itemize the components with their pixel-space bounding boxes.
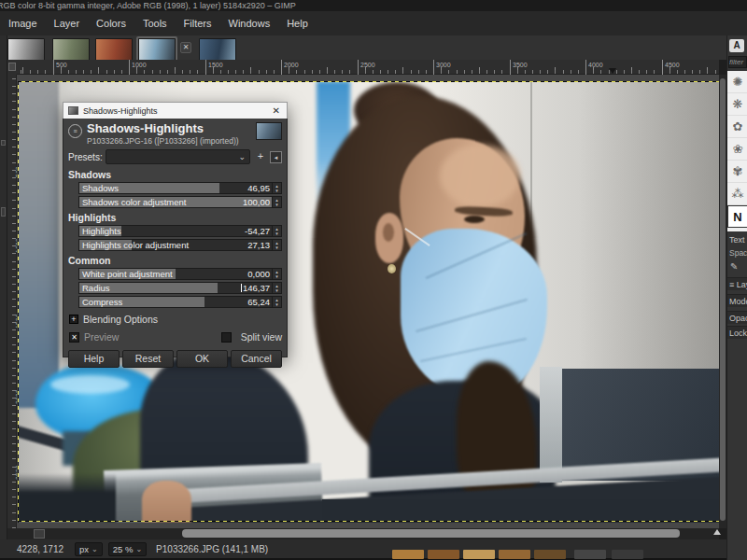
preview-row: ✕ Preview Split view bbox=[69, 331, 282, 343]
unit-value: px bbox=[79, 544, 89, 554]
dock-label-layers: ≡ Layers bbox=[729, 280, 747, 289]
photo-forehead bbox=[440, 145, 520, 207]
dock-label-opacity: Opacity bbox=[729, 314, 747, 323]
chevron-down-icon: ⌄ bbox=[92, 545, 98, 553]
dialog-button[interactable]: Help bbox=[68, 350, 120, 368]
menu-item[interactable]: Layer bbox=[46, 14, 89, 33]
quick-mask-toggle[interactable] bbox=[34, 529, 45, 539]
fonts-tab-icon[interactable]: A bbox=[729, 39, 744, 52]
slider-value[interactable]: 65,24 bbox=[247, 297, 270, 307]
spin-down-icon[interactable]: ▾ bbox=[275, 189, 278, 193]
font-preview-item[interactable]: ✾ bbox=[727, 161, 747, 183]
slider-bar[interactable]: White point adjustment 0,000 bbox=[78, 268, 273, 280]
section-rows: Shadows 46,95 ▴▾ Shadows color adjustmen… bbox=[68, 182, 282, 208]
slider-bar[interactable]: Highlights color adjustment 27,13 bbox=[78, 239, 273, 251]
vertical-ruler[interactable]: 5001000150020002500 bbox=[7, 75, 17, 528]
slider-bar[interactable]: Shadows color adjustment 100,00 bbox=[78, 196, 273, 208]
slider-value[interactable]: -54,27 bbox=[245, 226, 270, 236]
unit-select[interactable]: px ⌄ bbox=[75, 542, 103, 556]
split-view-checkbox[interactable] bbox=[221, 332, 232, 343]
expander-plus-icon[interactable]: + bbox=[69, 315, 78, 324]
menu-item[interactable]: Tools bbox=[134, 14, 176, 33]
image-tab-bar: ✕ bbox=[0, 35, 747, 60]
slider-value[interactable]: 146,37 bbox=[243, 283, 270, 293]
dialog-title: Shadows-Highlights bbox=[87, 122, 239, 135]
preset-menu-button[interactable]: ◂ bbox=[270, 151, 282, 163]
edit-icon[interactable]: ✎ bbox=[730, 261, 738, 272]
close-icon[interactable]: ✕ bbox=[271, 105, 282, 116]
ruler-label: 3500 bbox=[510, 60, 528, 75]
vertical-scrollbar[interactable] bbox=[719, 75, 726, 528]
status-bar: 4228, 1712 px ⌄ 25 % ⌄ P1033266.JPG (141… bbox=[0, 539, 747, 558]
dialog-button[interactable]: OK bbox=[176, 350, 228, 368]
image-tab-thumbnail[interactable] bbox=[7, 38, 45, 62]
horizontal-scrollbar-thumb[interactable] bbox=[182, 529, 680, 538]
preview-checkbox[interactable]: ✕ bbox=[69, 332, 79, 343]
dialog-button[interactable]: Cancel bbox=[231, 350, 282, 368]
spin-down-icon[interactable]: ▾ bbox=[275, 231, 278, 236]
font-list[interactable]: ✺❋✿❀✾⁂N bbox=[727, 71, 747, 231]
slider-value[interactable]: 100,00 bbox=[243, 197, 270, 207]
dock-label-text: Text bbox=[729, 235, 747, 245]
dock-label-mode: Mode bbox=[729, 297, 747, 306]
dialog-header: ≡ Shadows-Highlights P1033266.JPG-16 ([P… bbox=[68, 122, 282, 146]
slider-bar[interactable]: Radius 146,37 bbox=[78, 282, 273, 294]
image-tab-thumbnail[interactable] bbox=[199, 38, 236, 62]
spin-down-icon[interactable]: ▾ bbox=[275, 302, 278, 307]
menu-item[interactable]: Filters bbox=[176, 14, 220, 33]
vertical-scrollbar-thumb[interactable] bbox=[720, 78, 726, 521]
preset-add-button[interactable]: + bbox=[254, 150, 267, 163]
slider-value[interactable]: 27,13 bbox=[247, 240, 270, 250]
menu-item[interactable]: Colors bbox=[88, 14, 134, 33]
photo-chair-highlight bbox=[50, 375, 130, 394]
horizontal-ruler[interactable]: 50010001500200025003000350040004500 bbox=[17, 60, 719, 75]
spin-buttons[interactable]: ▴▾ bbox=[273, 182, 282, 194]
photo-ear-inner bbox=[383, 223, 394, 242]
spin-buttons[interactable]: ▴▾ bbox=[273, 268, 282, 280]
spin-down-icon[interactable]: ▾ bbox=[275, 245, 278, 250]
slider-bar[interactable]: Compress 65,24 bbox=[78, 296, 273, 308]
ruler-corner-icon[interactable] bbox=[8, 63, 16, 71]
spin-buttons[interactable]: ▴▾ bbox=[273, 282, 282, 294]
slider-bar[interactable]: Shadows 46,95 bbox=[78, 182, 273, 194]
spin-buttons[interactable]: ▴▾ bbox=[273, 239, 282, 251]
window-title: RGB color 8-bit gamma integer, Adobe RGB… bbox=[0, 0, 747, 11]
gimp-window: RGB color 8-bit gamma integer, Adobe RGB… bbox=[0, 0, 747, 560]
font-preview-item[interactable]: ❋ bbox=[727, 93, 747, 116]
font-preview-item[interactable]: N bbox=[727, 205, 747, 228]
ruler-corner bbox=[7, 60, 17, 75]
spin-down-icon[interactable]: ▾ bbox=[275, 288, 278, 293]
image-tab-thumbnail[interactable] bbox=[52, 38, 90, 62]
menu-item[interactable]: Help bbox=[278, 14, 317, 33]
font-preview-item[interactable]: ✺ bbox=[727, 71, 747, 93]
font-filter-input[interactable]: filter bbox=[728, 56, 747, 68]
font-preview-item[interactable]: ❀ bbox=[727, 138, 747, 161]
blending-options-expander[interactable]: + Blending Options bbox=[69, 314, 282, 325]
menu-item[interactable]: Windows bbox=[220, 14, 279, 33]
slider-bar[interactable]: Highlights -54,27 bbox=[78, 225, 273, 237]
horizontal-scrollbar[interactable] bbox=[7, 528, 719, 539]
dialog-button[interactable]: Reset bbox=[122, 350, 174, 368]
pointer-position-marker bbox=[609, 68, 616, 74]
menu-item[interactable]: Image bbox=[0, 14, 46, 33]
slider-value[interactable]: 46,95 bbox=[247, 183, 270, 193]
spin-buttons[interactable]: ▴▾ bbox=[273, 296, 282, 308]
slider-value[interactable]: 0,000 bbox=[247, 269, 270, 279]
dialog-title-bar[interactable]: Shadows-Highlights ✕ bbox=[63, 102, 288, 119]
dialog-window-title: Shadows-Highlights bbox=[83, 106, 271, 116]
presets-dropdown[interactable]: ⌄ bbox=[106, 149, 250, 164]
spin-buttons[interactable]: ▴▾ bbox=[273, 196, 282, 208]
photo-earring bbox=[388, 264, 396, 273]
spin-down-icon[interactable]: ▾ bbox=[275, 274, 278, 279]
chevron-down-icon: ⌄ bbox=[135, 545, 142, 553]
spin-buttons[interactable]: ▴▾ bbox=[273, 225, 282, 237]
font-preview-item[interactable]: ⁂ bbox=[727, 183, 747, 205]
zoom-select[interactable]: 25 % ⌄ bbox=[108, 542, 147, 556]
close-image-icon[interactable]: ✕ bbox=[180, 42, 191, 53]
font-preview-item[interactable]: ✿ bbox=[727, 116, 747, 138]
spin-down-icon[interactable]: ▾ bbox=[275, 203, 278, 207]
slider-label: Shadows color adjustment bbox=[82, 197, 186, 207]
image-tab-thumbnail[interactable] bbox=[95, 38, 133, 62]
image-tab-thumbnail[interactable] bbox=[138, 38, 176, 62]
pane-resize-arrow-icon[interactable] bbox=[713, 529, 721, 535]
